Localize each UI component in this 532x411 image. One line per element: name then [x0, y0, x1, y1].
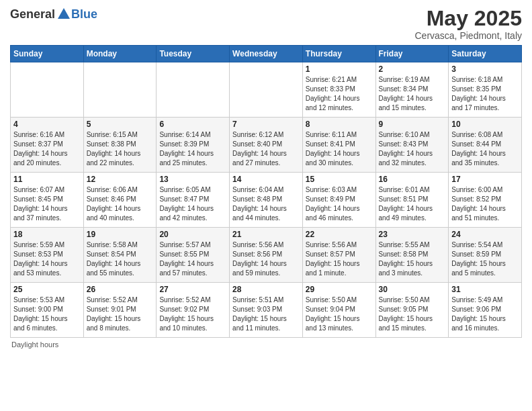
day-detail: Sunrise: 5:51 AMSunset: 9:03 PMDaylight:…: [232, 295, 300, 333]
day-detail: Sunrise: 6:11 AMSunset: 8:41 PMDaylight:…: [306, 130, 373, 168]
calendar-day-cell: 4Sunrise: 6:16 AMSunset: 8:37 PMDaylight…: [11, 118, 84, 173]
day-number: 1: [306, 64, 373, 74]
calendar-day-cell: 11Sunrise: 6:07 AMSunset: 8:45 PMDayligh…: [11, 173, 84, 228]
day-number: 25: [13, 285, 81, 294]
calendar-day-cell: 22Sunrise: 5:56 AMSunset: 8:57 PMDayligh…: [302, 228, 375, 283]
day-number: 18: [13, 230, 81, 239]
weekday-header: Friday: [375, 46, 449, 62]
day-detail: Sunrise: 6:14 AMSunset: 8:39 PMDaylight:…: [159, 130, 226, 168]
calendar-day-cell: 13Sunrise: 6:05 AMSunset: 8:47 PMDayligh…: [157, 173, 230, 228]
calendar-table: SundayMondayTuesdayWednesdayThursdayFrid…: [10, 45, 522, 338]
calendar-week-row: 1Sunrise: 6:21 AMSunset: 8:33 PMDaylight…: [11, 62, 522, 118]
day-number: 13: [159, 175, 226, 184]
page-container: General Blue May 2025 Cervasca, Piedmont…: [0, 0, 532, 355]
weekday-header: Saturday: [449, 46, 522, 62]
day-number: 16: [379, 175, 446, 184]
day-detail: Sunrise: 5:50 AMSunset: 9:05 PMDaylight:…: [379, 295, 446, 333]
day-detail: Sunrise: 5:58 AMSunset: 8:54 PMDaylight:…: [87, 240, 154, 278]
calendar-day-cell: 9Sunrise: 6:10 AMSunset: 8:43 PMDaylight…: [375, 118, 449, 173]
calendar-day-cell: 29Sunrise: 5:50 AMSunset: 9:04 PMDayligh…: [302, 283, 375, 338]
calendar-day-cell: 14Sunrise: 6:04 AMSunset: 8:48 PMDayligh…: [230, 173, 303, 228]
calendar-week-row: 25Sunrise: 5:53 AMSunset: 9:00 PMDayligh…: [11, 283, 522, 338]
calendar-day-cell: [157, 62, 230, 118]
calendar-body: 1Sunrise: 6:21 AMSunset: 8:33 PMDaylight…: [11, 62, 522, 338]
calendar-day-cell: 19Sunrise: 5:58 AMSunset: 8:54 PMDayligh…: [83, 228, 157, 283]
calendar-day-cell: 31Sunrise: 5:49 AMSunset: 9:06 PMDayligh…: [449, 283, 522, 338]
day-number: 11: [13, 175, 81, 184]
weekday-header-row: SundayMondayTuesdayWednesdayThursdayFrid…: [11, 46, 522, 62]
day-detail: Sunrise: 5:53 AMSunset: 9:00 PMDaylight:…: [13, 295, 81, 333]
calendar-day-cell: 18Sunrise: 5:59 AMSunset: 8:53 PMDayligh…: [11, 228, 84, 283]
day-detail: Sunrise: 6:19 AMSunset: 8:34 PMDaylight:…: [379, 75, 446, 113]
logo-blue: Blue: [71, 7, 97, 21]
weekday-header: Wednesday: [230, 46, 303, 62]
calendar-day-cell: 25Sunrise: 5:53 AMSunset: 9:00 PMDayligh…: [11, 283, 84, 338]
calendar-day-cell: 7Sunrise: 6:12 AMSunset: 8:40 PMDaylight…: [230, 118, 303, 173]
day-number: 9: [379, 120, 446, 129]
day-number: 23: [379, 230, 446, 239]
day-number: 30: [379, 285, 446, 294]
day-detail: Sunrise: 6:21 AMSunset: 8:33 PMDaylight:…: [306, 75, 373, 113]
calendar-day-cell: 2Sunrise: 6:19 AMSunset: 8:34 PMDaylight…: [375, 62, 449, 118]
day-detail: Sunrise: 5:57 AMSunset: 8:55 PMDaylight:…: [159, 240, 226, 278]
day-detail: Sunrise: 5:56 AMSunset: 8:56 PMDaylight:…: [232, 240, 300, 278]
day-detail: Sunrise: 5:55 AMSunset: 8:58 PMDaylight:…: [379, 240, 446, 278]
location-title: Cervasca, Piedmont, Italy: [414, 30, 522, 41]
calendar-day-cell: 26Sunrise: 5:52 AMSunset: 9:01 PMDayligh…: [83, 283, 157, 338]
day-number: 20: [159, 230, 226, 239]
calendar-day-cell: [11, 62, 84, 118]
logo-icon: [56, 7, 71, 21]
day-detail: Sunrise: 6:03 AMSunset: 8:49 PMDaylight:…: [306, 185, 373, 223]
calendar-day-cell: 10Sunrise: 6:08 AMSunset: 8:44 PMDayligh…: [449, 118, 522, 173]
day-number: 28: [232, 285, 300, 294]
calendar-day-cell: 16Sunrise: 6:01 AMSunset: 8:51 PMDayligh…: [375, 173, 449, 228]
calendar-day-cell: 27Sunrise: 5:52 AMSunset: 9:02 PMDayligh…: [157, 283, 230, 338]
footer-note: Daylight hours: [10, 340, 522, 349]
day-detail: Sunrise: 6:16 AMSunset: 8:37 PMDaylight:…: [13, 130, 81, 168]
weekday-header: Monday: [83, 46, 157, 62]
day-detail: Sunrise: 6:10 AMSunset: 8:43 PMDaylight:…: [379, 130, 446, 168]
day-number: 2: [379, 64, 446, 74]
calendar-day-cell: 8Sunrise: 6:11 AMSunset: 8:41 PMDaylight…: [302, 118, 375, 173]
day-number: 24: [451, 230, 519, 239]
day-number: 12: [87, 175, 154, 184]
day-detail: Sunrise: 6:12 AMSunset: 8:40 PMDaylight:…: [232, 130, 300, 168]
calendar-day-cell: [83, 62, 157, 118]
day-detail: Sunrise: 6:07 AMSunset: 8:45 PMDaylight:…: [13, 185, 81, 223]
day-number: 6: [159, 120, 226, 129]
calendar-day-cell: [230, 62, 303, 118]
calendar-week-row: 11Sunrise: 6:07 AMSunset: 8:45 PMDayligh…: [11, 173, 522, 228]
calendar-day-cell: 12Sunrise: 6:06 AMSunset: 8:46 PMDayligh…: [83, 173, 157, 228]
day-number: 29: [306, 285, 373, 294]
calendar-day-cell: 21Sunrise: 5:56 AMSunset: 8:56 PMDayligh…: [230, 228, 303, 283]
day-detail: Sunrise: 6:00 AMSunset: 8:52 PMDaylight:…: [451, 185, 519, 223]
month-title: May 2025: [414, 7, 522, 30]
calendar-header: SundayMondayTuesdayWednesdayThursdayFrid…: [11, 46, 522, 62]
day-number: 5: [87, 120, 154, 129]
day-detail: Sunrise: 5:52 AMSunset: 9:02 PMDaylight:…: [159, 295, 226, 333]
calendar-day-cell: 30Sunrise: 5:50 AMSunset: 9:05 PMDayligh…: [375, 283, 449, 338]
logo-general: General: [10, 7, 55, 21]
day-number: 14: [232, 175, 300, 184]
day-detail: Sunrise: 5:49 AMSunset: 9:06 PMDaylight:…: [451, 295, 519, 333]
day-detail: Sunrise: 6:15 AMSunset: 8:38 PMDaylight:…: [87, 130, 154, 168]
header-row: General Blue May 2025 Cervasca, Piedmont…: [10, 7, 522, 41]
calendar-week-row: 18Sunrise: 5:59 AMSunset: 8:53 PMDayligh…: [11, 228, 522, 283]
day-number: 31: [451, 285, 519, 294]
calendar-day-cell: 6Sunrise: 6:14 AMSunset: 8:39 PMDaylight…: [157, 118, 230, 173]
day-number: 22: [306, 230, 373, 239]
logo: General Blue: [10, 7, 97, 21]
calendar-day-cell: 15Sunrise: 6:03 AMSunset: 8:49 PMDayligh…: [302, 173, 375, 228]
day-detail: Sunrise: 6:06 AMSunset: 8:46 PMDaylight:…: [87, 185, 154, 223]
calendar-day-cell: 3Sunrise: 6:18 AMSunset: 8:35 PMDaylight…: [449, 62, 522, 118]
day-detail: Sunrise: 5:54 AMSunset: 8:59 PMDaylight:…: [451, 240, 519, 278]
day-detail: Sunrise: 6:08 AMSunset: 8:44 PMDaylight:…: [451, 130, 519, 168]
day-number: 10: [451, 120, 519, 129]
weekday-header: Thursday: [302, 46, 375, 62]
weekday-header: Tuesday: [157, 46, 230, 62]
calendar-day-cell: 24Sunrise: 5:54 AMSunset: 8:59 PMDayligh…: [449, 228, 522, 283]
day-number: 3: [451, 64, 519, 74]
day-number: 4: [13, 120, 81, 129]
day-number: 27: [159, 285, 226, 294]
title-block: May 2025 Cervasca, Piedmont, Italy: [414, 7, 522, 41]
